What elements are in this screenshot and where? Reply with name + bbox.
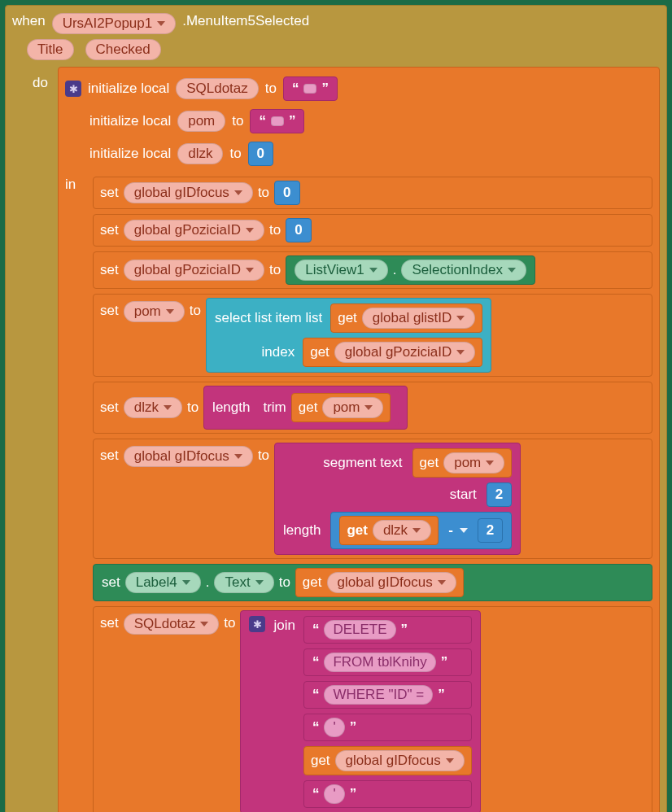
var-gpoziciaid2[interactable]: global gPoziciaID: [334, 342, 475, 363]
get-gidfocus[interactable]: get global gIDfocus: [295, 568, 464, 597]
text-literal[interactable]: “”: [283, 76, 338, 101]
var-pom[interactable]: pom: [124, 301, 185, 322]
set-gpoziciaid-selidx[interactable]: set global gPoziciaID to ListView1 . Sel…: [93, 251, 652, 289]
listview-dropdown[interactable]: ListView1: [295, 260, 387, 281]
chevron-down-icon: [369, 268, 377, 273]
chevron-down-icon: [157, 21, 165, 26]
chevron-down-icon: [234, 454, 242, 459]
prop-selectionindex[interactable]: SelectionIndex: [401, 260, 526, 281]
get-pom[interactable]: get pom: [412, 448, 513, 478]
get-dlzk[interactable]: get dlzk: [339, 516, 439, 545]
text-literal[interactable]: “”: [250, 109, 304, 133]
var-gidfocus[interactable]: global gIDfocus: [124, 182, 253, 203]
segment-block[interactable]: segment text get pom start 2: [274, 443, 521, 555]
chevron-down-icon: [246, 268, 254, 273]
number-literal[interactable]: 2: [487, 482, 512, 507]
event-block-when[interactable]: when UrsAI2Popup1 .MenuItem5Selected Tit…: [5, 5, 667, 812]
set-label4-text[interactable]: set Label4 . Text to get global gIDfocus: [93, 564, 652, 601]
chevron-down-icon: [456, 350, 465, 355]
init-label: initialize local: [89, 146, 171, 162]
select-list-item[interactable]: select list item list get global glistID…: [206, 298, 491, 373]
do-label: do: [12, 75, 51, 91]
chevron-down-icon: [234, 190, 242, 195]
var-glistid[interactable]: global glistID: [362, 308, 475, 329]
var-gpoziciaid[interactable]: global gPoziciaID: [124, 220, 264, 241]
chevron-down-icon: [460, 528, 468, 533]
var-sqldotaz[interactable]: SQLdotaz: [124, 613, 220, 635]
var-dlzk[interactable]: dlzk: [177, 143, 223, 164]
trim-block[interactable]: trim get pom: [255, 390, 399, 426]
var-gpoziciaid[interactable]: global gPoziciaID: [124, 260, 264, 281]
number-literal[interactable]: 2: [478, 518, 503, 543]
get-selectionindex[interactable]: ListView1 . SelectionIndex: [286, 255, 535, 285]
chevron-down-icon: [508, 268, 516, 273]
get-pom[interactable]: get pom: [291, 393, 391, 422]
chevron-down-icon: [182, 580, 190, 585]
var-sqldotaz[interactable]: SQLdotaz: [176, 78, 259, 99]
label4-dropdown[interactable]: Label4: [125, 572, 201, 593]
length-block[interactable]: length trim get pom: [203, 386, 408, 430]
number-literal[interactable]: 0: [274, 181, 299, 205]
to-label: to: [229, 146, 241, 162]
set-gpoziciaid-0[interactable]: set global gPoziciaID to 0: [93, 214, 652, 247]
to-label: to: [265, 81, 277, 97]
text-from[interactable]: “ FROM tblKnihy ”: [303, 648, 472, 676]
param-checked[interactable]: Checked: [85, 39, 161, 60]
component-dropdown[interactable]: UrsAI2Popup1: [52, 13, 177, 34]
text-quote1[interactable]: “'”: [303, 714, 472, 741]
gear-icon[interactable]: ✱: [65, 81, 81, 97]
set-pom-select[interactable]: set pom to select list item list get glo…: [93, 294, 652, 377]
init-local-block[interactable]: ✱ initialize local SQLdotaz to “” initia…: [58, 67, 660, 812]
set-sqldotaz-join[interactable]: set SQLdotaz to ✱ join “DELETE ” “ FROM …: [93, 606, 652, 812]
var-pom[interactable]: pom: [177, 111, 225, 132]
chevron-down-icon: [412, 528, 421, 533]
init-label: initialize local: [88, 81, 169, 97]
chevron-down-icon: [438, 580, 446, 585]
chevron-down-icon: [486, 461, 494, 465]
chevron-down-icon: [255, 580, 264, 585]
minus-dropdown[interactable]: -: [443, 522, 473, 539]
event-name: .MenuItem5Selected: [182, 13, 309, 29]
var-pom[interactable]: pom: [322, 397, 383, 418]
number-literal[interactable]: 0: [286, 218, 311, 242]
when-keyword: when: [12, 13, 46, 29]
var-gidfocus[interactable]: global gIDfocus: [124, 446, 253, 467]
var-dlzk[interactable]: dlzk: [124, 397, 182, 418]
math-minus[interactable]: get dlzk - 2: [330, 512, 512, 549]
chevron-down-icon: [164, 405, 172, 410]
chevron-down-icon: [456, 316, 465, 321]
chevron-down-icon: [446, 758, 454, 763]
set-gidfocus-0[interactable]: set global gIDfocus to 0: [93, 177, 652, 209]
set-dlzk-length[interactable]: set dlzk to length trim get pom: [93, 382, 652, 434]
in-label: in: [65, 177, 86, 193]
get-glistid[interactable]: get global glistID: [330, 303, 482, 333]
chevron-down-icon: [166, 309, 174, 314]
gear-icon[interactable]: ✱: [249, 616, 265, 632]
chevron-down-icon: [246, 228, 254, 233]
param-title[interactable]: Title: [27, 39, 74, 60]
text-prop-dropdown[interactable]: Text: [214, 572, 273, 593]
text-quote2[interactable]: “'”: [303, 780, 472, 808]
number-literal[interactable]: 0: [248, 142, 273, 166]
get-gpoziciaid[interactable]: get global gPoziciaID: [303, 338, 482, 367]
init-label: initialize local: [89, 113, 171, 129]
text-delete[interactable]: “DELETE ”: [303, 616, 472, 644]
chevron-down-icon: [364, 405, 373, 410]
chevron-down-icon: [200, 622, 208, 626]
text-where[interactable]: “ WHERE "ID" = ”: [303, 681, 472, 709]
set-gidfocus-segment[interactable]: set global gIDfocus to segment text get …: [93, 439, 652, 559]
get-gidfocus[interactable]: get global gIDfocus: [303, 746, 472, 775]
to-label: to: [232, 113, 243, 129]
join-block[interactable]: ✱ join “DELETE ” “ FROM tblKnihy ” “ WHE…: [240, 610, 480, 812]
